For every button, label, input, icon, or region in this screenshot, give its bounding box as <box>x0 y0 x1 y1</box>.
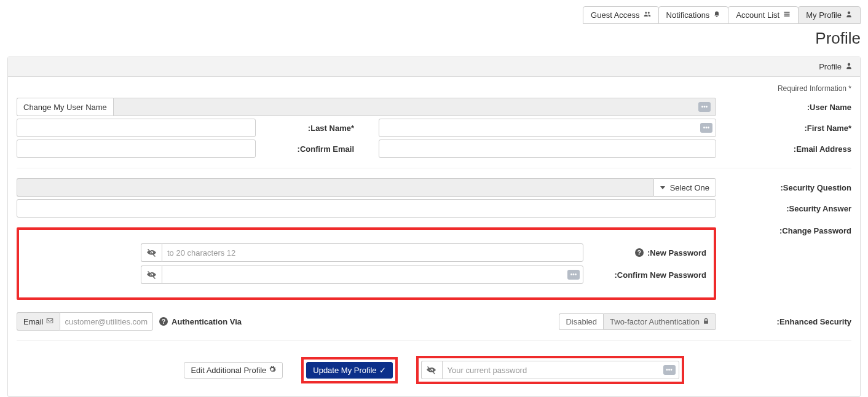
label-security-answer: Security Answer: <box>716 204 851 213</box>
label-enhanced-security: Enhanced Security: <box>716 317 851 326</box>
label-firstname: *First Name: <box>716 124 851 133</box>
firstname-input[interactable] <box>379 119 716 137</box>
current-password-input[interactable] <box>442 361 679 379</box>
label-security-question: Security Question: <box>716 183 851 192</box>
confirm-password-input[interactable] <box>162 265 583 284</box>
dots-icon: ••• <box>567 270 580 280</box>
list-icon <box>783 10 791 20</box>
tab-account-list[interactable]: Account List <box>728 6 799 24</box>
tfa-group: Two-factor Authentication Disabled <box>559 313 716 330</box>
tab-notifications[interactable]: Notifications <box>658 6 729 24</box>
required-note: * Required Information <box>17 84 851 93</box>
update-button-highlight: ✓ Update My Profile <box>301 357 397 383</box>
divider <box>17 340 851 341</box>
update-profile-button[interactable]: ✓ Update My Profile <box>306 362 392 379</box>
tab-label: My Profile <box>806 10 842 20</box>
confirm-email-input[interactable] <box>17 140 256 158</box>
security-question-dropdown[interactable]: Select One <box>653 178 716 197</box>
page-title: Profile <box>7 29 861 48</box>
dropdown-label: Select One <box>670 183 709 192</box>
button-label: Change My User Name <box>23 103 107 112</box>
username-input: ••• <box>113 98 716 116</box>
lastname-input[interactable] <box>17 119 256 137</box>
tabs: My Profile Account List Notifications Gu… <box>7 6 861 24</box>
password-highlight: New Password: ? <box>17 227 716 300</box>
tfa-status[interactable]: Disabled <box>559 313 603 330</box>
eye-slash-icon <box>147 270 157 280</box>
dropdown-display <box>17 178 653 197</box>
action-row: ••• ✓ Update My Profile <box>17 356 851 384</box>
new-password-input[interactable] <box>162 243 583 262</box>
dots-icon: ••• <box>663 365 676 375</box>
user-icon <box>845 62 853 71</box>
email-input[interactable] <box>379 140 716 158</box>
label-auth-via: Authentication Via <box>172 317 242 326</box>
label-email: Email Address: <box>716 144 851 154</box>
label-lastname: *Last Name: <box>256 124 354 133</box>
change-username-button[interactable]: Change My User Name <box>17 98 113 116</box>
info-icon[interactable]: ? <box>159 317 168 326</box>
label-confirm-new-password: Confirm New Password: <box>614 270 706 280</box>
eye-toggle[interactable] <box>141 243 162 262</box>
panel-header: Profile <box>8 57 860 77</box>
dots-icon: ••• <box>700 123 712 133</box>
panel-title: Profile <box>819 62 842 71</box>
lock-icon <box>703 317 709 326</box>
tab-guest-access[interactable]: Guest Access <box>583 6 658 24</box>
info-icon[interactable]: ? <box>635 248 644 257</box>
auth-email-value: customer@utilities.com <box>65 317 148 326</box>
divider <box>17 168 851 168</box>
tab-label: Guest Access <box>591 10 639 20</box>
eye-slash-icon <box>147 248 157 257</box>
tab-label: Account List <box>736 10 779 20</box>
label-change-password: Change Password: <box>716 222 851 235</box>
security-answer-input[interactable] <box>17 199 716 218</box>
bell-icon <box>713 10 720 20</box>
current-password-highlight: ••• <box>416 356 684 384</box>
check-icon: ✓ <box>379 366 386 375</box>
gear-icon <box>269 366 276 375</box>
tab-label: Notifications <box>666 10 710 20</box>
eye-slash-icon <box>427 365 436 375</box>
label-new-password: New Password: <box>647 248 706 257</box>
dots-icon: ••• <box>698 102 711 112</box>
button-label: Edit Additional Profile <box>191 366 266 375</box>
button-label: Update My Profile <box>313 366 376 375</box>
auth-email-button[interactable]: Email <box>17 312 60 331</box>
eye-toggle[interactable] <box>421 361 442 379</box>
tfa-label: Two-factor Authentication <box>603 313 716 330</box>
tfa-text: Two-factor Authentication <box>610 317 700 326</box>
auth-email-display: customer@utilities.com <box>60 312 154 331</box>
label-username: User Name: <box>716 103 851 112</box>
envelope-icon <box>46 317 53 326</box>
label-confirm-email: Confirm Email: <box>256 144 354 154</box>
edit-additional-button[interactable]: Edit Additional Profile <box>184 362 283 379</box>
tab-my-profile[interactable]: My Profile <box>798 6 861 24</box>
eye-toggle[interactable] <box>141 265 162 284</box>
button-label: Email <box>23 317 44 326</box>
profile-panel: Profile * Required Information User Name… <box>7 57 861 397</box>
users-icon <box>644 10 651 20</box>
user-icon <box>845 10 853 20</box>
